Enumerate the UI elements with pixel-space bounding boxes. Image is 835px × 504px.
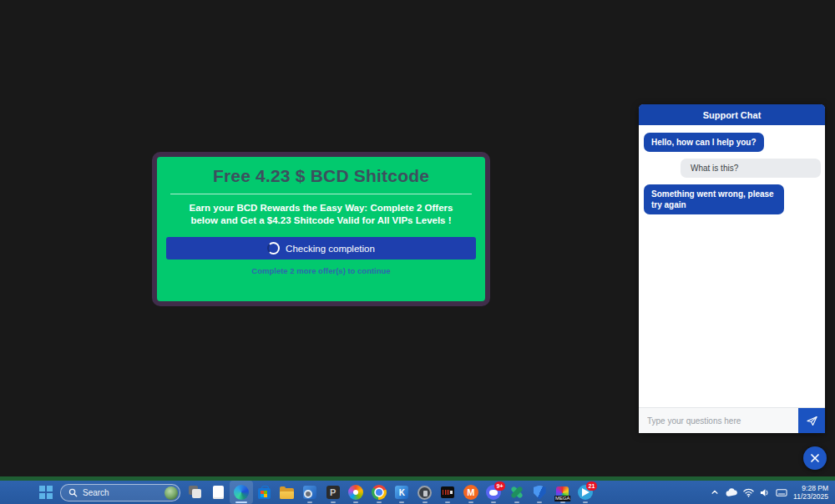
spinner-icon [267, 242, 280, 255]
system-tray: 9:28 PM 11/23/2025 [706, 481, 835, 504]
taskbar-app-audio-tool[interactable] [437, 481, 460, 504]
p-app-icon: P [326, 486, 340, 499]
microsoft-store-icon [258, 488, 271, 499]
start-button[interactable] [38, 485, 53, 500]
taskbar-app-microsoft-store[interactable] [253, 481, 276, 504]
green-suite-icon [509, 485, 524, 500]
chrome-icon [372, 485, 387, 500]
taskbar-app-k[interactable]: K [391, 481, 414, 504]
offer-card: Free 4.23 $ BCD Shitcode Earn your BCD R… [152, 152, 490, 306]
blue-k-app-icon: K [395, 486, 408, 499]
mega-label: MEGA [554, 496, 571, 501]
taskbar-search[interactable]: Search [60, 484, 180, 501]
search-label: Search [83, 488, 109, 497]
offer-description: Earn your BCD Rewards the Easy Way: Comp… [175, 202, 467, 226]
file-explorer-icon [280, 488, 294, 499]
tray-onedrive[interactable] [723, 481, 740, 504]
wifi-icon [743, 488, 754, 497]
taskbar-app-defender[interactable] [529, 481, 552, 504]
copilot-icon [348, 485, 363, 500]
taskbar-app-discord[interactable]: 9+ [483, 481, 506, 504]
taskbar-app-task-view[interactable] [184, 481, 207, 504]
chat-input-bar [639, 407, 825, 433]
send-button[interactable] [798, 408, 825, 433]
round-utility-icon [418, 486, 432, 500]
taskbar-app-file-explorer[interactable] [276, 481, 299, 504]
taskbar-app-p[interactable]: P [321, 481, 345, 504]
taskbar-app-row: P K M 9+ MEGA 21 [184, 481, 597, 504]
search-icon [68, 488, 78, 497]
tray-volume[interactable] [757, 481, 773, 504]
plant-avatar [164, 486, 178, 500]
taskbar-app-round-utility[interactable] [413, 481, 437, 504]
chat-messages: Hello, how can I help you? What is this?… [639, 125, 825, 407]
support-chat-panel: Support Chat Hello, how can I help you? … [639, 104, 825, 433]
taskbar-app-edge[interactable] [230, 481, 253, 504]
onedrive-cloud-icon [726, 488, 738, 497]
chat-message-bot: Hello, how can I help you? [644, 133, 764, 152]
taskbar-app-telegram[interactable]: 21 [574, 481, 598, 504]
monero-icon: M [463, 485, 478, 500]
discord-badge: 9+ [494, 481, 505, 491]
installer-icon [303, 486, 316, 499]
tray-wifi[interactable] [740, 481, 757, 504]
checking-completion-label: Checking completion [286, 244, 375, 254]
taskbar-app-green-suite[interactable] [505, 481, 529, 504]
tray-chevron-up[interactable] [706, 481, 723, 504]
edge-icon [234, 485, 249, 500]
offer-footer-note: Complete 2 more offer(s) to continue [157, 266, 485, 275]
taskbar-app-monero[interactable]: M [459, 481, 483, 504]
clock-time: 9:28 PM [793, 484, 828, 492]
taskbar-app-copilot[interactable] [345, 481, 368, 504]
task-view-icon [189, 486, 202, 499]
taskbar-app-installer[interactable] [299, 481, 322, 504]
offer-title: Free 4.23 $ BCD Shitcode [157, 166, 485, 186]
checking-completion-button[interactable]: Checking completion [166, 237, 476, 260]
volume-icon [760, 488, 770, 497]
audio-tool-icon [441, 486, 454, 498]
touch-keyboard-icon [776, 488, 787, 497]
defender-shield-icon [534, 486, 546, 500]
taskbar-app-mega[interactable]: MEGA [551, 481, 574, 504]
clock-date: 11/23/2025 [793, 492, 828, 501]
paper-plane-icon [806, 415, 818, 427]
chat-question-input[interactable] [639, 408, 798, 433]
close-icon [810, 453, 820, 463]
taskbar-app-notepad[interactable] [207, 481, 230, 504]
chevron-up-icon [711, 488, 719, 496]
telegram-badge: 21 [586, 481, 597, 491]
tray-keyboard[interactable] [773, 481, 790, 504]
chat-close-button[interactable] [803, 446, 827, 470]
chat-message-user: What is this? [681, 159, 821, 178]
windows-start-icon [39, 486, 53, 499]
chat-header: Support Chat [639, 104, 825, 125]
tray-clock[interactable]: 9:28 PM 11/23/2025 [793, 484, 828, 501]
notepad-icon [213, 486, 224, 499]
divider [170, 194, 472, 194]
chat-message-bot: Something went wrong, please try again [644, 184, 784, 214]
taskbar-app-chrome[interactable] [367, 481, 391, 504]
chat-title: Support Chat [703, 110, 762, 120]
